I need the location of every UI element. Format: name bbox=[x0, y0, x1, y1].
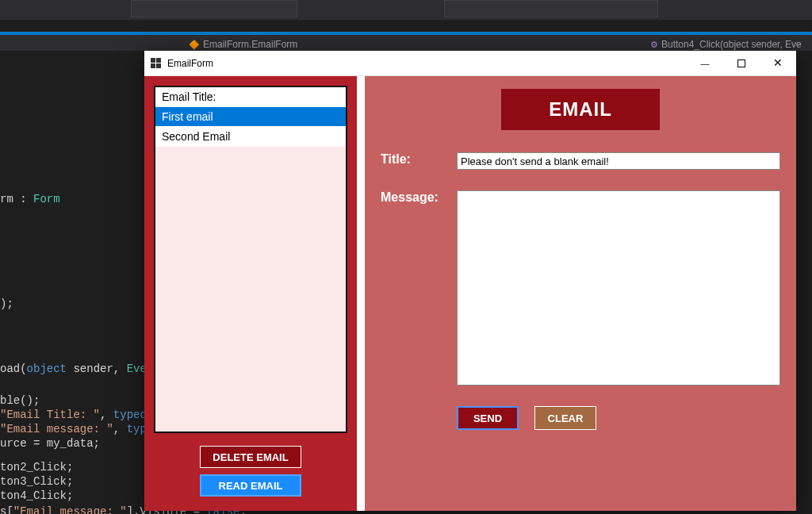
list-item[interactable]: First email bbox=[155, 107, 346, 127]
message-label: Message: bbox=[381, 190, 457, 205]
list-item[interactable]: Email Title: bbox=[155, 87, 346, 107]
ide-toolbar-combo-2[interactable] bbox=[444, 0, 658, 17]
message-textarea[interactable] bbox=[457, 190, 780, 386]
clear-button[interactable]: CLEAR bbox=[534, 406, 596, 430]
maximize-icon bbox=[737, 59, 745, 67]
email-banner: EMAIL bbox=[501, 89, 660, 130]
emailform-window: EmailForm — ✕ Email Title: First email S… bbox=[144, 51, 796, 511]
delete-email-button[interactable]: DELETE EMAIL bbox=[200, 446, 301, 468]
csharp-file-icon: 🔶 bbox=[189, 40, 200, 50]
maximize-button[interactable] bbox=[723, 51, 760, 76]
ide-tab-bar: 🔶 EmailForm.EmailForm ⚙ Button4_Click(ob… bbox=[0, 32, 812, 51]
app-icon bbox=[151, 58, 162, 69]
window-title: EmailForm bbox=[167, 58, 687, 69]
title-label: Title: bbox=[381, 152, 457, 167]
minimize-icon: — bbox=[701, 59, 710, 68]
ide-tab-label: EmailForm.EmailForm bbox=[203, 39, 297, 50]
titlebar[interactable]: EmailForm — ✕ bbox=[144, 51, 796, 76]
list-item[interactable]: Second Email bbox=[155, 127, 346, 147]
left-panel: Email Title: First email Second Email DE… bbox=[144, 76, 357, 511]
ide-toolbar-combo-1[interactable] bbox=[131, 0, 297, 17]
title-input[interactable] bbox=[457, 152, 780, 170]
close-button[interactable]: ✕ bbox=[760, 51, 796, 76]
ide-tab-label: Button4_Click(object sender, Eve bbox=[661, 39, 802, 50]
minimize-button[interactable]: — bbox=[687, 51, 723, 76]
csharp-file-icon: ⚙ bbox=[650, 40, 658, 50]
close-icon: ✕ bbox=[773, 56, 783, 70]
email-listbox[interactable]: Email Title: First email Second Email bbox=[154, 86, 347, 433]
right-panel: EMAIL Title: Message: SEND CLEAR bbox=[365, 76, 796, 511]
ide-toolbar bbox=[0, 0, 812, 21]
read-email-button[interactable]: READ EMAIL bbox=[200, 474, 301, 497]
send-button[interactable]: SEND bbox=[457, 406, 519, 430]
